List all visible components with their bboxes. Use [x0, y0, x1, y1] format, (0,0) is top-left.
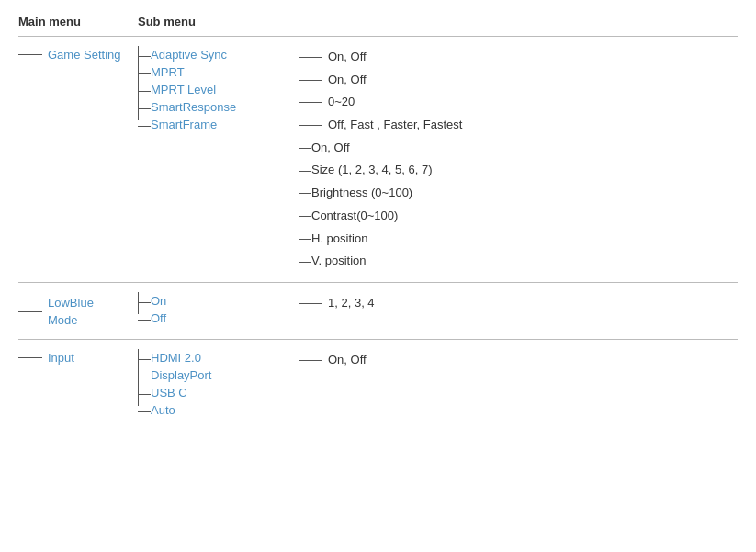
col-main-game: Game Setting	[18, 46, 138, 62]
sf-val-brightness: Brightness (0~100)	[311, 182, 738, 205]
col-values-game: On, Off On, Off 0~20 Off, Fast , Faster,…	[299, 46, 738, 273]
sf-val-size: Size (1, 2, 3, 4, 5, 6, 7)	[311, 159, 738, 182]
col-values-lowblue: 1, 2, 3, 4	[299, 292, 738, 315]
value-adaptive-sync: On, Off	[299, 46, 738, 69]
sf-val-vposition: V. position	[311, 250, 738, 273]
value-lowblue-on: 1, 2, 3, 4	[299, 292, 738, 315]
sub-item-displayport: DisplayPort	[151, 366, 299, 384]
header-row: Main menu Sub menu	[18, 15, 738, 28]
sub-item-mprt-level: MPRT Level	[151, 81, 299, 98]
sub-item-hdmi: HDMI 2.0	[151, 349, 299, 366]
sf-val-onoff: On, Off	[311, 137, 738, 160]
sub-item-auto: Auto	[151, 401, 299, 419]
lowblue-section: LowBlueMode On Off 1, 2, 3, 4	[18, 287, 738, 335]
game-sub-tree: Adaptive Sync MPRT MPRT Level SmartRespo…	[138, 46, 299, 133]
main-menu-header: Main menu	[18, 15, 138, 28]
main-container: Main menu Sub menu Game Setting Adaptive…	[0, 0, 756, 439]
sub-item-smartframe: SmartFrame	[151, 116, 299, 133]
top-divider	[18, 36, 738, 37]
input-section: Input HDMI 2.0 DisplayPort USB C Auto	[18, 344, 738, 424]
col-main-lowblue: LowBlueMode	[18, 292, 138, 330]
game-setting-section: Game Setting Adaptive Sync MPRT MPRT Lev…	[18, 40, 738, 278]
sub-item-mprt: MPRT	[151, 63, 299, 81]
mid-divider2	[18, 339, 738, 340]
sub-menu-header: Sub menu	[138, 15, 299, 28]
sf-val-hposition: H. position	[311, 228, 738, 251]
sub-item-adaptive-sync: Adaptive Sync	[151, 46, 299, 63]
col-main-input: Input	[18, 349, 138, 365]
value-mprt-level: 0~20	[299, 91, 738, 114]
value-auto: On, Off	[299, 349, 738, 372]
sf-val-contrast: Contrast(0~100)	[311, 205, 738, 228]
sub-item-smartresponse: SmartResponse	[151, 98, 299, 116]
col-values-input: On, Off	[299, 349, 738, 372]
col-sub-game: Adaptive Sync MPRT MPRT Level SmartRespo…	[138, 46, 299, 133]
sub-item-off: Off	[151, 310, 299, 327]
lowblue-label: LowBlueMode	[18, 294, 94, 330]
sub-item-usbc: USB C	[151, 384, 299, 401]
input-label: Input	[18, 351, 74, 365]
sub-item-on: On	[151, 292, 299, 310]
input-sub-tree: HDMI 2.0 DisplayPort USB C Auto	[138, 349, 299, 419]
game-setting-label: Game Setting	[18, 48, 121, 62]
value-smartresponse: Off, Fast , Faster, Fastest	[299, 114, 738, 137]
value-mprt: On, Off	[299, 69, 738, 92]
mid-divider1	[18, 282, 738, 283]
smartframe-values-tree: On, Off Size (1, 2, 3, 4, 5, 6, 7) Brigh…	[299, 137, 738, 273]
lowblue-sub-tree: On Off	[138, 292, 299, 327]
col-sub-input: HDMI 2.0 DisplayPort USB C Auto	[138, 349, 299, 419]
col-sub-lowblue: On Off	[138, 292, 299, 327]
